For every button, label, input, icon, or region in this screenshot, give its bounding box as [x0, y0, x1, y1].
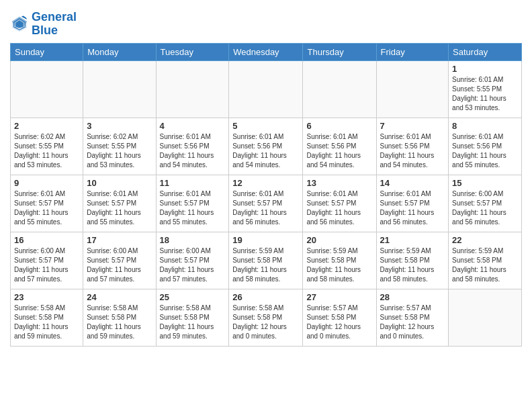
day-number: 2	[14, 121, 79, 131]
day-number: 25	[160, 292, 226, 302]
calendar-cell: 16Sunrise: 6:00 AM Sunset: 5:57 PM Dayli…	[11, 232, 83, 289]
calendar-cell: 21Sunrise: 5:59 AM Sunset: 5:58 PM Dayli…	[376, 232, 449, 289]
day-info: Sunrise: 6:01 AM Sunset: 5:57 PM Dayligh…	[306, 189, 372, 227]
calendar-cell: 12Sunrise: 6:01 AM Sunset: 5:57 PM Dayli…	[229, 175, 303, 232]
day-number: 18	[160, 235, 226, 245]
calendar-cell	[11, 60, 83, 118]
calendar-cell	[229, 60, 303, 118]
logo-icon	[10, 15, 29, 34]
day-info: Sunrise: 6:01 AM Sunset: 5:57 PM Dayligh…	[87, 189, 152, 227]
day-info: Sunrise: 6:01 AM Sunset: 5:57 PM Dayligh…	[160, 189, 226, 227]
calendar-cell: 4Sunrise: 6:01 AM Sunset: 5:56 PM Daylig…	[156, 118, 229, 175]
day-info: Sunrise: 5:59 AM Sunset: 5:58 PM Dayligh…	[232, 246, 299, 284]
day-info: Sunrise: 6:01 AM Sunset: 5:56 PM Dayligh…	[380, 132, 445, 170]
day-info: Sunrise: 5:58 AM Sunset: 5:58 PM Dayligh…	[232, 304, 299, 341]
calendar-cell	[376, 60, 449, 118]
day-number: 13	[306, 178, 372, 188]
calendar-cell: 25Sunrise: 5:58 AM Sunset: 5:58 PM Dayli…	[156, 289, 229, 346]
calendar-cell: 8Sunrise: 6:01 AM Sunset: 5:56 PM Daylig…	[449, 118, 522, 175]
day-number: 5	[232, 121, 299, 131]
calendar-cell: 15Sunrise: 6:00 AM Sunset: 5:57 PM Dayli…	[449, 175, 522, 232]
week-row-1: 1Sunrise: 6:01 AM Sunset: 5:55 PM Daylig…	[11, 60, 522, 118]
calendar-cell: 14Sunrise: 6:01 AM Sunset: 5:57 PM Dayli…	[376, 175, 449, 232]
day-info: Sunrise: 6:01 AM Sunset: 5:57 PM Dayligh…	[380, 189, 445, 227]
day-number: 4	[160, 121, 226, 131]
calendar-cell: 20Sunrise: 5:59 AM Sunset: 5:58 PM Dayli…	[303, 232, 376, 289]
logo-text: General	[32, 11, 77, 24]
day-info: Sunrise: 5:59 AM Sunset: 5:58 PM Dayligh…	[452, 246, 518, 284]
weekday-header-row: SundayMondayTuesdayWednesdayThursdayFrid…	[11, 43, 522, 60]
day-number: 9	[14, 178, 79, 188]
day-number: 21	[380, 235, 445, 245]
calendar-table: SundayMondayTuesdayWednesdayThursdayFrid…	[10, 43, 522, 347]
calendar-cell	[83, 60, 156, 118]
day-info: Sunrise: 5:57 AM Sunset: 5:58 PM Dayligh…	[306, 304, 372, 341]
day-number: 22	[452, 235, 518, 245]
day-number: 23	[14, 292, 79, 302]
weekday-header-friday: Friday	[376, 43, 449, 60]
calendar-cell	[449, 289, 522, 346]
day-info: Sunrise: 6:00 AM Sunset: 5:57 PM Dayligh…	[87, 246, 152, 284]
calendar-cell: 26Sunrise: 5:58 AM Sunset: 5:58 PM Dayli…	[229, 289, 303, 346]
day-number: 10	[87, 178, 152, 188]
calendar-cell: 17Sunrise: 6:00 AM Sunset: 5:57 PM Dayli…	[83, 232, 156, 289]
calendar-cell: 13Sunrise: 6:01 AM Sunset: 5:57 PM Dayli…	[303, 175, 376, 232]
day-number: 12	[232, 178, 299, 188]
week-row-4: 16Sunrise: 6:00 AM Sunset: 5:57 PM Dayli…	[11, 232, 522, 289]
day-info: Sunrise: 5:58 AM Sunset: 5:58 PM Dayligh…	[87, 304, 152, 341]
day-info: Sunrise: 6:00 AM Sunset: 5:57 PM Dayligh…	[14, 246, 79, 284]
day-number: 20	[306, 235, 372, 245]
day-info: Sunrise: 6:02 AM Sunset: 5:55 PM Dayligh…	[87, 132, 152, 170]
calendar-cell: 2Sunrise: 6:02 AM Sunset: 5:55 PM Daylig…	[11, 118, 83, 175]
calendar-cell: 10Sunrise: 6:01 AM Sunset: 5:57 PM Dayli…	[83, 175, 156, 232]
day-info: Sunrise: 5:58 AM Sunset: 5:58 PM Dayligh…	[14, 304, 79, 341]
day-info: Sunrise: 6:01 AM Sunset: 5:56 PM Dayligh…	[306, 132, 372, 170]
logo: General Blue	[10, 11, 77, 38]
day-number: 1	[452, 64, 518, 74]
logo-blue-text: Blue	[32, 24, 77, 38]
calendar-cell: 5Sunrise: 6:01 AM Sunset: 5:56 PM Daylig…	[229, 118, 303, 175]
day-info: Sunrise: 6:01 AM Sunset: 5:56 PM Dayligh…	[232, 132, 299, 170]
weekday-header-tuesday: Tuesday	[156, 43, 229, 60]
calendar-cell: 6Sunrise: 6:01 AM Sunset: 5:56 PM Daylig…	[303, 118, 376, 175]
calendar-cell: 3Sunrise: 6:02 AM Sunset: 5:55 PM Daylig…	[83, 118, 156, 175]
header: General Blue	[10, 7, 522, 38]
day-number: 3	[87, 121, 152, 131]
calendar-cell: 27Sunrise: 5:57 AM Sunset: 5:58 PM Dayli…	[303, 289, 376, 346]
day-info: Sunrise: 6:01 AM Sunset: 5:57 PM Dayligh…	[232, 189, 299, 227]
day-number: 24	[87, 292, 152, 302]
calendar-cell	[156, 60, 229, 118]
calendar-cell: 23Sunrise: 5:58 AM Sunset: 5:58 PM Dayli…	[11, 289, 83, 346]
calendar-cell: 28Sunrise: 5:57 AM Sunset: 5:58 PM Dayli…	[376, 289, 449, 346]
day-number: 26	[232, 292, 299, 302]
day-info: Sunrise: 5:57 AM Sunset: 5:58 PM Dayligh…	[380, 304, 445, 341]
day-info: Sunrise: 6:00 AM Sunset: 5:57 PM Dayligh…	[160, 246, 226, 284]
day-info: Sunrise: 6:01 AM Sunset: 5:56 PM Dayligh…	[160, 132, 226, 170]
day-number: 28	[380, 292, 445, 302]
week-row-3: 9Sunrise: 6:01 AM Sunset: 5:57 PM Daylig…	[11, 175, 522, 232]
day-info: Sunrise: 6:01 AM Sunset: 5:56 PM Dayligh…	[452, 132, 518, 170]
day-number: 6	[306, 121, 372, 131]
day-info: Sunrise: 6:01 AM Sunset: 5:57 PM Dayligh…	[14, 189, 79, 227]
calendar-cell: 22Sunrise: 5:59 AM Sunset: 5:58 PM Dayli…	[449, 232, 522, 289]
day-number: 8	[452, 121, 518, 131]
day-info: Sunrise: 6:00 AM Sunset: 5:57 PM Dayligh…	[452, 189, 518, 227]
day-number: 15	[452, 178, 518, 188]
calendar-cell: 9Sunrise: 6:01 AM Sunset: 5:57 PM Daylig…	[11, 175, 83, 232]
calendar-cell: 11Sunrise: 6:01 AM Sunset: 5:57 PM Dayli…	[156, 175, 229, 232]
weekday-header-wednesday: Wednesday	[229, 43, 303, 60]
day-info: Sunrise: 5:59 AM Sunset: 5:58 PM Dayligh…	[306, 246, 372, 284]
day-info: Sunrise: 6:02 AM Sunset: 5:55 PM Dayligh…	[14, 132, 79, 170]
day-number: 17	[87, 235, 152, 245]
calendar-cell: 19Sunrise: 5:59 AM Sunset: 5:58 PM Dayli…	[229, 232, 303, 289]
day-number: 27	[306, 292, 372, 302]
calendar-cell: 1Sunrise: 6:01 AM Sunset: 5:55 PM Daylig…	[449, 60, 522, 118]
day-number: 7	[380, 121, 445, 131]
day-info: Sunrise: 5:59 AM Sunset: 5:58 PM Dayligh…	[380, 246, 445, 284]
weekday-header-thursday: Thursday	[303, 43, 376, 60]
day-number: 19	[232, 235, 299, 245]
day-info: Sunrise: 5:58 AM Sunset: 5:58 PM Dayligh…	[160, 304, 226, 341]
day-number: 11	[160, 178, 226, 188]
calendar-cell: 7Sunrise: 6:01 AM Sunset: 5:56 PM Daylig…	[376, 118, 449, 175]
calendar-cell: 24Sunrise: 5:58 AM Sunset: 5:58 PM Dayli…	[83, 289, 156, 346]
